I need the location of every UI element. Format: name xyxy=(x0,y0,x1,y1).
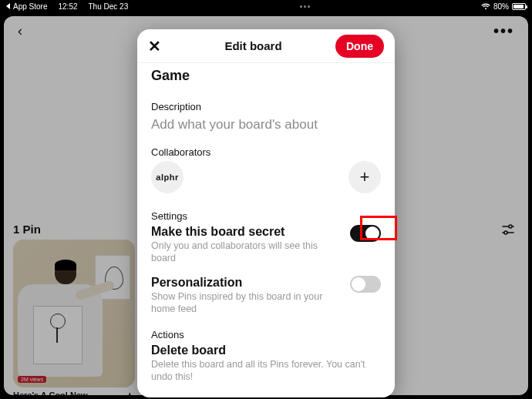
personalization-subtitle: Show Pins inspired by this board in your… xyxy=(151,291,338,315)
status-date: Thu Dec 23 xyxy=(89,2,129,11)
close-icon[interactable]: ✕ xyxy=(148,37,171,55)
delete-board-subtitle: Delete this board and all its Pins forev… xyxy=(151,359,381,383)
board-name-field[interactable]: Game xyxy=(151,68,381,84)
modal-title: Edit board xyxy=(224,39,281,52)
actions-label: Actions xyxy=(151,329,381,340)
collaborators-label: Collaborators xyxy=(151,146,381,158)
battery-percent: 80% xyxy=(493,2,509,11)
status-bar: App Store 12:52 Thu Dec 23 80% xyxy=(0,0,532,12)
secret-board-toggle[interactable] xyxy=(350,225,381,242)
collaborator-avatar[interactable]: alphr xyxy=(151,161,184,193)
personalization-toggle[interactable] xyxy=(350,276,381,293)
modal-header: ✕ Edit board Done xyxy=(137,29,395,63)
secret-board-subtitle: Only you and collaborators will see this… xyxy=(151,240,338,264)
add-collaborator-button[interactable]: + xyxy=(348,161,381,193)
edit-board-modal: ✕ Edit board Done Game Description Colla… xyxy=(137,29,395,397)
wifi-icon xyxy=(481,3,490,10)
description-input[interactable] xyxy=(151,116,381,146)
secret-board-title: Make this board secret xyxy=(151,225,338,239)
delete-board-title: Delete board xyxy=(151,344,381,357)
description-label: Description xyxy=(151,101,381,112)
status-time: 12:52 xyxy=(58,2,77,11)
personalization-row: Personalization Show Pins inspired by th… xyxy=(151,276,381,316)
back-app-label[interactable]: App Store xyxy=(13,2,47,11)
done-button[interactable]: Done xyxy=(335,35,384,58)
multitask-dots[interactable] xyxy=(128,5,481,8)
settings-label: Settings xyxy=(151,210,381,222)
back-triangle-icon[interactable] xyxy=(6,3,10,9)
battery-icon xyxy=(512,3,526,10)
personalization-title: Personalization xyxy=(151,276,338,290)
delete-board-row[interactable]: Delete board Delete this board and all i… xyxy=(151,344,381,383)
plus-icon: + xyxy=(360,167,370,187)
secret-board-row: Make this board secret Only you and coll… xyxy=(151,225,381,265)
